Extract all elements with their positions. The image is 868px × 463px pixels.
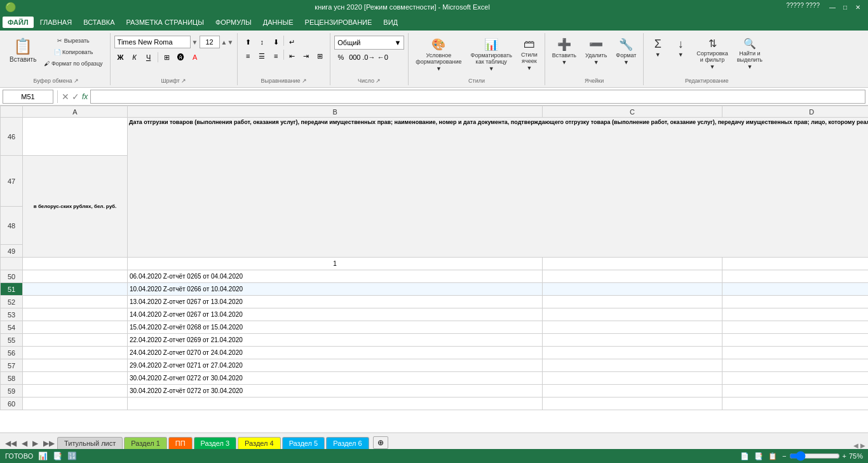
zoom-decrease-button[interactable]: − — [782, 452, 786, 460]
status-ready: ГОТОВО — [5, 452, 33, 460]
cell-55-b[interactable]: 22.04.2020 Z-отчет 0269 от 21.04.2020 — [128, 334, 543, 347]
restore-button[interactable]: □ — [840, 2, 850, 12]
cell-56-b[interactable]: 24.04.2020 Z-отчет 0270 от 24.04.2020 — [128, 347, 543, 359]
align-right-button[interactable]: ≡ — [269, 50, 282, 62]
format-cells-button[interactable]: 🔧 Формат ▼ — [613, 36, 639, 67]
cell-51-b[interactable]: 10.04.2020 Z-отчёт 0266 от 10.04.2020 — [128, 283, 543, 296]
sheet-tab-pp[interactable]: ПП — [168, 437, 193, 449]
insert-function-icon[interactable]: fx — [82, 92, 88, 101]
merge-button[interactable]: ⊞ — [313, 50, 326, 62]
main-area: A B C D E F G H I J K L M N O P Q — [0, 106, 868, 432]
sheet-tab-title[interactable]: Титульный лист — [57, 437, 123, 449]
cell-53-b[interactable]: 14.04.2020 Z-отчет 0267 от 13.04.2020 — [128, 308, 543, 321]
cell-57-b[interactable]: 29.04.2020 Z-отчет 0271 от 27.04.2020 — [128, 359, 543, 372]
italic-button[interactable]: К — [128, 51, 141, 64]
sheet-tab-nav-next[interactable]: ▶ — [30, 438, 41, 449]
col-header-c[interactable]: C — [543, 106, 722, 118]
font-size-down[interactable]: ▼ — [192, 39, 198, 46]
cell-59-b[interactable]: 30.04.2020 Z-отчёт 0272 от 30.04.2020 — [128, 385, 543, 397]
sheet-tab-razdel4[interactable]: Раздел 4 — [238, 437, 281, 449]
find-select-button[interactable]: 🔍 Найти ивыделить ▼ — [734, 36, 766, 72]
cell-54-b[interactable]: 15.04.2020 Z-отчёт 0268 от 15.04.2020 — [128, 321, 543, 334]
font-color-button[interactable]: A — [189, 51, 201, 64]
styles-label: Стили — [468, 78, 485, 85]
cancel-formula-icon[interactable]: ✕ — [62, 92, 69, 102]
page-break-button[interactable]: 📋 — [768, 452, 777, 460]
col-header-b[interactable]: B — [128, 106, 543, 118]
underline-button[interactable]: Ч — [142, 51, 155, 64]
align-center-button[interactable]: ☰ — [255, 50, 268, 62]
cell-58-b[interactable]: 30.04.2020 Z-отчет 0272 от 30.04.2020 — [128, 372, 543, 385]
copy-button[interactable]: 📄 Копировать — [41, 47, 105, 57]
align-top-button[interactable]: ⬆ — [241, 36, 254, 48]
menu-item-layout[interactable]: РАЗМЕТКА СТРАНИЦЫ — [121, 17, 208, 28]
sheet-tab-nav-prev[interactable]: ◀ — [19, 438, 30, 449]
status-bar: ГОТОВО 📊 📑 🔢 📄 📑 📋 − + 75% — [0, 449, 868, 463]
thousands-button[interactable]: 000 — [348, 51, 361, 64]
format-painter-button[interactable]: 🖌 Формат по образцу — [41, 59, 105, 69]
insert-cells-button[interactable]: ➕ Вставить ▼ — [549, 36, 580, 67]
percent-button[interactable]: % — [334, 51, 347, 64]
cell-50-b[interactable]: 06.04.2020 Z-отчёт 0265 от 04.04.2020 — [128, 270, 543, 283]
menu-item-view[interactable]: ВИД — [378, 17, 403, 28]
wrap-text-button[interactable]: ↵ — [285, 36, 298, 48]
cell-52-b[interactable]: 13.04.2020 Z-отчет 0267 от 13.04.2020 — [128, 296, 543, 308]
normal-view-button[interactable]: 📄 — [740, 452, 749, 460]
sheet-tab-razdel6[interactable]: Раздел 6 — [326, 437, 369, 449]
delete-cells-button[interactable]: ➖ Удалить ▼ — [582, 36, 610, 67]
indent-increase-button[interactable]: ⇥ — [299, 50, 312, 62]
number-format-box[interactable]: Общий ▼ — [334, 36, 404, 50]
menu-item-formulas[interactable]: ФОРМУЛЫ — [210, 17, 257, 28]
sheet-tab-razdel1[interactable]: Раздел 1 — [124, 437, 167, 449]
sheet-tab-nav-right[interactable]: ▶▶ — [41, 438, 57, 449]
format-as-table-button[interactable]: 📊 Форматироватькак таблицу ▼ — [468, 36, 515, 74]
formula-input[interactable] — [90, 90, 865, 104]
zoom-slider[interactable] — [789, 451, 840, 461]
add-sheet-button[interactable]: ⊕ — [373, 436, 388, 449]
cell-52-d — [722, 296, 868, 308]
minimize-button[interactable]: — — [827, 2, 837, 12]
bold-button[interactable]: Ж — [114, 51, 127, 64]
fill-button[interactable]: ↓ ▼ — [670, 36, 691, 72]
page-layout-button[interactable]: 📑 — [754, 452, 763, 460]
menu-item-data[interactable]: ДАННЫЕ — [258, 17, 299, 28]
cell-reference-input[interactable] — [3, 90, 53, 104]
menu-item-file[interactable]: ФАЙЛ — [3, 17, 34, 28]
fill-color-button[interactable]: 🅐 — [175, 51, 187, 64]
conditional-formatting-button[interactable]: 🎨 Условноеформатирование ▼ — [412, 36, 465, 74]
ribbon-group-editing: Σ ▼ ↓ ▼ ⇅ Сортировкаи фильтр ▼ 🔍 Найти и… — [644, 33, 770, 85]
grid-wrapper[interactable]: A B C D E F G H I J K L M N O P Q — [0, 106, 868, 432]
font-name-input[interactable] — [114, 36, 191, 48]
zoom-increase-button[interactable]: + — [843, 452, 846, 460]
close-button[interactable]: ✕ — [853, 2, 863, 12]
col-header-a[interactable]: A — [23, 106, 128, 118]
paste-button[interactable]: 📋 Вставить — [6, 36, 39, 65]
title-bar-controls[interactable]: ????? ???? — □ ✕ — [786, 2, 863, 12]
cut-button[interactable]: ✂ Вырезать — [41, 36, 105, 46]
sum-button[interactable]: Σ ▼ — [648, 36, 668, 72]
decimal-increase-button[interactable]: .0→ — [362, 51, 375, 64]
decimal-decrease-button[interactable]: ←0 — [376, 51, 389, 64]
sort-filter-button[interactable]: ⇅ Сортировкаи фильтр ▼ — [693, 36, 731, 72]
row-46-header: 46 — [1, 118, 23, 156]
border-button[interactable]: ⊞ — [161, 51, 173, 64]
sheet-tab-nav-left[interactable]: ◀◀ — [3, 438, 19, 449]
menu-item-review[interactable]: РЕЦЕНЗИРОВАНИЕ — [300, 17, 377, 28]
align-left-button[interactable]: ≡ — [241, 50, 254, 62]
confirm-formula-icon[interactable]: ✓ — [72, 92, 79, 102]
cell-54-d — [722, 321, 868, 334]
col-header-d[interactable]: D — [722, 106, 868, 118]
font-size-input[interactable] — [200, 36, 220, 48]
menu-item-home[interactable]: ГЛАВНАЯ — [35, 17, 77, 28]
indent-decrease-button[interactable]: ⇤ — [285, 50, 298, 62]
cell-styles-button[interactable]: 🗃 Стилиячеек ▼ — [518, 36, 541, 73]
sheet-tab-razdel3[interactable]: Раздел 3 — [194, 437, 237, 449]
align-middle-button[interactable]: ↕ — [255, 36, 268, 48]
number-format-dropdown[interactable]: ▼ — [394, 39, 401, 46]
sheet-tab-razdel5[interactable]: Раздел 5 — [282, 437, 325, 449]
menu-item-insert[interactable]: ВСТАВКА — [78, 17, 119, 28]
font-size-up[interactable]: ▲▼ — [221, 39, 234, 46]
cell-56-d — [722, 347, 868, 359]
align-bottom-button[interactable]: ⬇ — [269, 36, 282, 48]
row-53-header: 53 — [1, 308, 23, 321]
